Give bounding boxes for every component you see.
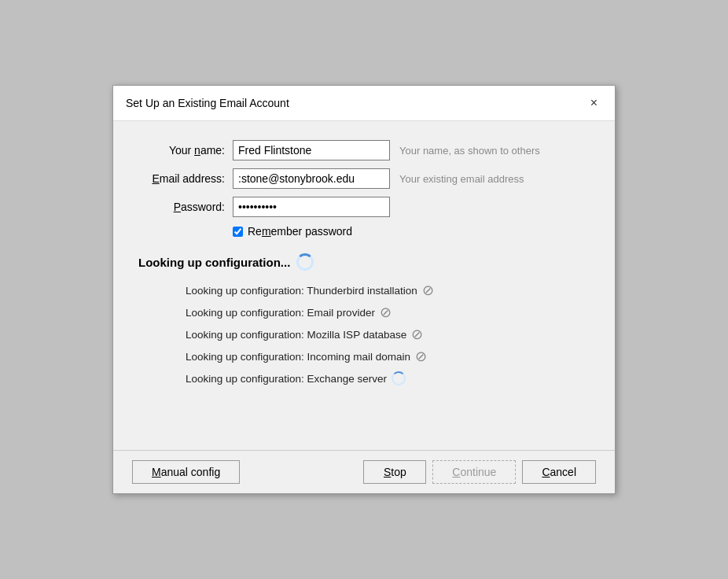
name-hint: Your name, as shown to others: [399, 145, 540, 157]
name-row: Your name: Your name, as shown to others: [138, 140, 590, 160]
blocked-icon-mozilla-isp: ⊘: [411, 327, 423, 341]
blocked-icon-incoming-mail: ⊘: [415, 349, 427, 363]
title-bar: Set Up an Existing Email Account ×: [113, 86, 615, 121]
config-item-thunderbird-text: Looking up configuration: Thunderbird in…: [186, 285, 417, 297]
config-item-exchange-text: Looking up configuration: Exchange serve…: [186, 373, 387, 385]
blocked-icon-thunderbird: ⊘: [422, 283, 434, 297]
config-item-incoming-mail-text: Looking up configuration: Incoming mail …: [186, 351, 410, 363]
email-label: Email address:: [138, 172, 225, 185]
footer-right-buttons: Stop Continue Cancel: [363, 460, 596, 484]
cancel-button[interactable]: Cancel: [522, 460, 596, 484]
stop-button[interactable]: Stop: [363, 460, 426, 484]
config-item-email-provider-text: Looking up configuration: Email provider: [186, 307, 375, 319]
name-input[interactable]: [233, 140, 390, 160]
remember-checkbox[interactable]: [233, 227, 243, 237]
spinner-exchange: [392, 371, 406, 385]
config-item-email-provider: Looking up configuration: Email provider…: [186, 305, 590, 319]
password-input[interactable]: [233, 197, 390, 217]
email-input[interactable]: [233, 168, 390, 189]
dialog: Set Up an Existing Email Account × Your …: [112, 85, 616, 494]
remember-label[interactable]: Remember password: [248, 225, 352, 238]
dialog-title: Set Up an Existing Email Account: [126, 97, 289, 109]
loading-spinner: [296, 253, 314, 271]
email-hint: Your existing email address: [399, 173, 524, 185]
config-item-mozilla-isp-text: Looking up configuration: Mozilla ISP da…: [186, 329, 406, 341]
remember-password-row: Remember password: [233, 225, 590, 238]
form-section: Your name: Your name, as shown to others…: [138, 140, 590, 238]
config-item-incoming-mail: Looking up configuration: Incoming mail …: [186, 349, 590, 363]
email-row: Email address: Your existing email addre…: [138, 168, 590, 189]
password-row: Password:: [138, 197, 590, 217]
continue-button: Continue: [432, 460, 516, 484]
dialog-footer: Manual config Stop Continue Cancel: [113, 450, 615, 493]
status-header-text: Looking up configuration...: [138, 256, 290, 269]
status-section: Looking up configuration... Looking up c…: [138, 253, 590, 385]
dialog-body: Your name: Your name, as shown to others…: [113, 121, 615, 450]
config-item-exchange: Looking up configuration: Exchange serve…: [186, 371, 590, 385]
config-item-mozilla-isp: Looking up configuration: Mozilla ISP da…: [186, 327, 590, 341]
blocked-icon-email-provider: ⊘: [380, 305, 392, 319]
close-button[interactable]: ×: [586, 95, 602, 111]
config-item-thunderbird: Looking up configuration: Thunderbird in…: [186, 283, 590, 297]
name-label: Your name:: [138, 144, 225, 157]
status-header: Looking up configuration...: [138, 253, 590, 271]
config-list: Looking up configuration: Thunderbird in…: [186, 283, 590, 385]
manual-config-button[interactable]: Manual config: [132, 460, 240, 484]
password-label: Password:: [138, 201, 225, 213]
